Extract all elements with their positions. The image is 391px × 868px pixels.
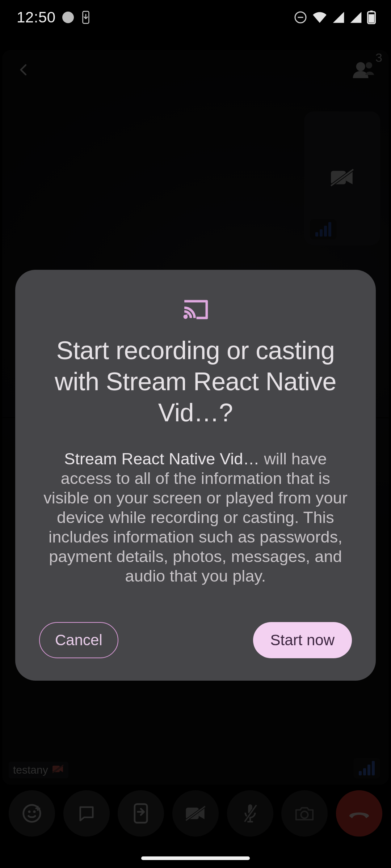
cast-icon bbox=[39, 299, 352, 320]
home-indicator[interactable] bbox=[141, 856, 250, 860]
notification-dot-icon bbox=[62, 12, 74, 23]
svg-point-29 bbox=[184, 315, 188, 319]
cellular-signal-icon bbox=[332, 11, 345, 24]
cancel-button[interactable]: Cancel bbox=[39, 622, 118, 658]
svg-rect-5 bbox=[369, 14, 374, 22]
cellular-signal-icon bbox=[350, 11, 362, 24]
do-not-disturb-icon bbox=[294, 11, 307, 24]
status-bar: 12:50 bbox=[0, 0, 391, 35]
system-update-icon bbox=[80, 11, 91, 24]
wifi-icon bbox=[312, 11, 327, 24]
dialog-title: Start recording or casting with Stream R… bbox=[39, 335, 352, 428]
dialog-body: Stream React Native Vid… will have acces… bbox=[39, 449, 352, 586]
status-clock: 12:50 bbox=[17, 9, 56, 26]
battery-icon bbox=[367, 10, 376, 24]
dialog-app-name: Stream React Native Vid… bbox=[64, 450, 259, 468]
start-now-button[interactable]: Start now bbox=[253, 622, 352, 658]
screen-capture-dialog: Start recording or casting with Stream R… bbox=[15, 270, 376, 681]
svg-rect-4 bbox=[370, 10, 373, 12]
dialog-body-text: will have access to all of the informati… bbox=[43, 450, 348, 585]
